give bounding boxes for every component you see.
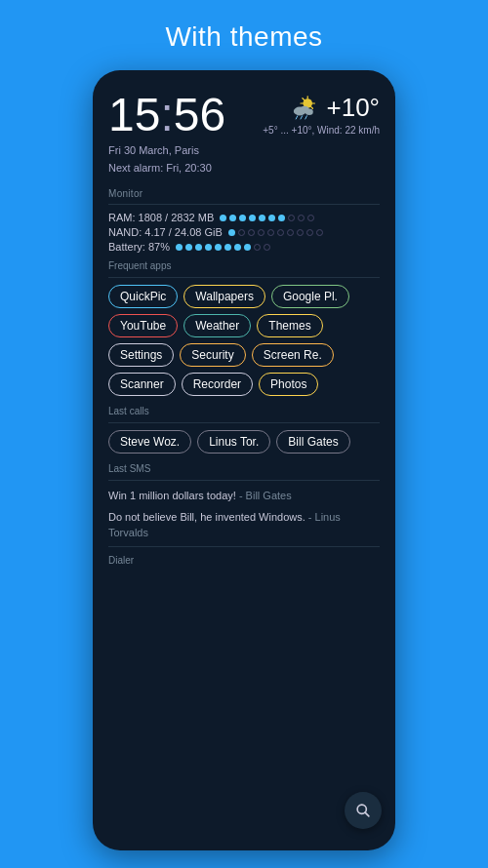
- search-fab[interactable]: [345, 792, 382, 829]
- sms-sender-1: - Bill Gates: [239, 490, 292, 501]
- call-chip-linustor[interactable]: Linus Tor.: [197, 430, 270, 454]
- date-display: Fri 30 March, Paris: [108, 142, 380, 160]
- clock-minutes: 56: [174, 89, 225, 140]
- sms-sender-2: - Linus Torvalds: [108, 511, 341, 539]
- svg-point-9: [305, 109, 313, 115]
- dot: [228, 229, 235, 236]
- dot: [277, 229, 284, 236]
- dot: [288, 215, 295, 221]
- dot: [220, 215, 226, 221]
- app-chip-weather[interactable]: Weather: [183, 314, 251, 337]
- ram-dots: [220, 215, 314, 221]
- dot: [185, 244, 192, 251]
- app-chip-screenrecorder[interactable]: Screen Re.: [252, 343, 334, 367]
- dot: [316, 229, 323, 236]
- weather-box: +10° +5° ... +10°, Wind: 22 km/h: [263, 92, 380, 136]
- call-chip-stevewoz[interactable]: Steve Woz.: [108, 430, 191, 454]
- nand-row: NAND: 4.17 / 24.08 GiB: [108, 226, 380, 238]
- ram-row: RAM: 1808 / 2832 MB: [108, 212, 380, 223]
- dot: [307, 215, 314, 221]
- last-sms-label: Last SMS: [108, 463, 380, 474]
- dot: [215, 244, 222, 251]
- battery-dots: [176, 244, 270, 251]
- clock-hours: 15: [108, 89, 160, 140]
- frequent-apps-divider: [108, 277, 380, 278]
- dot: [249, 215, 256, 221]
- dot: [278, 215, 285, 221]
- apps-grid: QuickPic Wallpapers Google Pl. YouTube W…: [108, 285, 380, 396]
- app-chip-quickpic[interactable]: QuickPic: [108, 285, 178, 308]
- call-chip-billgates[interactable]: Bill Gates: [276, 430, 349, 454]
- app-chip-wallpapers[interactable]: Wallpapers: [183, 285, 265, 308]
- dot: [234, 244, 241, 251]
- svg-line-5: [303, 99, 305, 100]
- dot: [244, 244, 251, 251]
- weather-icon: [289, 92, 320, 123]
- dot: [259, 215, 265, 221]
- dot: [298, 215, 305, 221]
- dialer-label: Dialer: [108, 555, 380, 566]
- page-title: With themes: [165, 21, 322, 53]
- phone-frame: 15:56: [93, 70, 395, 850]
- svg-line-10: [297, 116, 299, 119]
- last-calls-label: Last calls: [108, 406, 380, 416]
- dot: [239, 215, 246, 221]
- ram-text: RAM: 1808 / 2832 MB: [108, 212, 214, 223]
- time-weather-row: 15:56: [108, 92, 380, 138]
- app-chip-googleplay[interactable]: Google Pl.: [271, 285, 349, 308]
- monitor-divider: [108, 204, 380, 205]
- dialer-divider: [108, 546, 380, 547]
- svg-line-6: [311, 107, 313, 109]
- dot: [176, 244, 183, 251]
- sms-message-1: Win 1 million dollars today! - Bill Gate…: [108, 488, 380, 504]
- date-alarm: Fri 30 March, Paris Next alarm: Fri, 20:…: [108, 142, 380, 177]
- svg-line-11: [301, 116, 303, 119]
- dot: [264, 244, 270, 251]
- dot: [306, 229, 313, 236]
- battery-text: Battery: 87%: [108, 241, 170, 253]
- clock-colon: :: [160, 89, 173, 140]
- last-calls-divider: [108, 422, 380, 423]
- app-chip-security[interactable]: Security: [180, 343, 245, 367]
- app-chip-themes[interactable]: Themes: [257, 314, 322, 337]
- dot: [224, 244, 231, 251]
- dot: [229, 215, 236, 221]
- app-chip-youtube[interactable]: YouTube: [108, 314, 178, 337]
- dot: [267, 229, 274, 236]
- search-icon: [353, 801, 373, 820]
- weather-detail: +5° ... +10°, Wind: 22 km/h: [263, 125, 380, 136]
- alarm-display: Next alarm: Fri, 20:30: [108, 160, 380, 178]
- dot: [258, 229, 264, 236]
- nand-dots: [228, 229, 323, 236]
- last-sms-divider: [108, 480, 380, 481]
- nand-text: NAND: 4.17 / 24.08 GiB: [108, 226, 223, 238]
- dot: [205, 244, 212, 251]
- clock-display: 15:56: [108, 92, 225, 138]
- svg-line-12: [305, 116, 307, 119]
- monitor-label: Monitor: [108, 188, 380, 199]
- app-chip-recorder[interactable]: Recorder: [182, 373, 253, 396]
- dot: [238, 229, 245, 236]
- frequent-apps-label: Frequent apps: [108, 260, 380, 271]
- dot: [287, 229, 294, 236]
- calls-row: Steve Woz. Linus Tor. Bill Gates: [108, 430, 380, 454]
- dot: [268, 215, 275, 221]
- app-chip-scanner[interactable]: Scanner: [108, 373, 176, 396]
- dot: [248, 229, 255, 236]
- weather-temp: +10°: [289, 92, 380, 123]
- weather-temperature: +10°: [326, 93, 380, 123]
- battery-row: Battery: 87%: [108, 241, 380, 253]
- app-chip-photos[interactable]: Photos: [259, 373, 318, 396]
- dot: [254, 244, 261, 251]
- dot: [297, 229, 304, 236]
- svg-line-14: [365, 812, 369, 816]
- dot: [195, 244, 202, 251]
- sms-message-2: Do not believe Bill, he invented Windows…: [108, 509, 380, 541]
- app-chip-settings[interactable]: Settings: [108, 343, 174, 367]
